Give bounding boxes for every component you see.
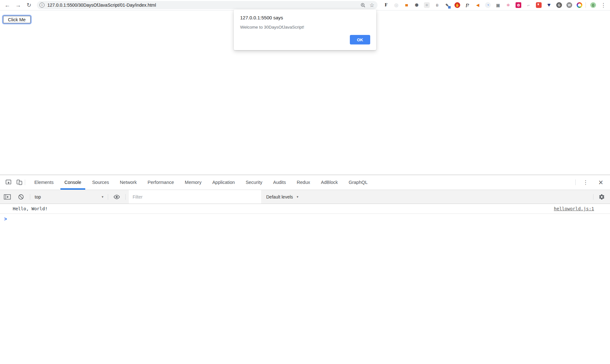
url-text[interactable]: 127.0.0.1:5500/30DaysOfJavaScript/01-Day… bbox=[47, 3, 357, 8]
extensions-bar: F ◎ ▮▮ ✺ ❖ (-) ✎ ✋ f? ◀ ◔ ▣ ⚛ ✿ ⌐ ▘ ♥ G … bbox=[383, 2, 582, 8]
click-me-button[interactable]: Click Me bbox=[3, 16, 31, 23]
console-prompt-chevron-icon: > bbox=[4, 216, 7, 222]
extension-fontanello-icon[interactable]: F bbox=[383, 2, 389, 8]
execution-context-selector[interactable]: top ▼ bbox=[30, 194, 108, 199]
console-prompt[interactable]: > bbox=[0, 214, 610, 224]
devtools-close-icon[interactable]: × bbox=[596, 179, 606, 186]
alert-ok-button[interactable]: OK bbox=[350, 35, 370, 44]
device-toolbar-icon[interactable] bbox=[14, 179, 25, 186]
extension-pink-gear-icon[interactable]: ✿ bbox=[516, 2, 521, 8]
browser-menu-icon[interactable]: ⋮ bbox=[600, 2, 607, 9]
console-sidebar-icon[interactable] bbox=[3, 194, 12, 200]
extension-megaphone-icon[interactable]: ◀ bbox=[475, 2, 481, 8]
tab-audits[interactable]: Audits bbox=[268, 175, 291, 190]
live-expression-eye-icon[interactable] bbox=[108, 193, 125, 200]
extension-heart-search-icon[interactable]: ♥ bbox=[546, 2, 552, 8]
tab-graphql[interactable]: GraphQL bbox=[343, 175, 373, 190]
log-levels-label: Default levels bbox=[266, 194, 293, 199]
address-bar[interactable]: i 127.0.0.1:5500/30DaysOfJavaScript/01-D… bbox=[37, 1, 378, 9]
extension-g-circle-icon[interactable]: G bbox=[556, 2, 562, 8]
extension-json-viewer-icon[interactable]: {} bbox=[590, 2, 596, 8]
tab-security[interactable]: Security bbox=[240, 175, 267, 190]
extension-parens-icon[interactable]: (-) bbox=[434, 2, 440, 8]
forward-icon[interactable]: → bbox=[13, 2, 24, 9]
tab-network[interactable]: Network bbox=[114, 175, 142, 190]
extension-pipe-icon[interactable]: ⌐ bbox=[526, 2, 531, 8]
tabbar-right-divider bbox=[575, 179, 576, 185]
page-info-icon[interactable]: i bbox=[39, 3, 45, 8]
toolbar-divider bbox=[586, 2, 586, 8]
zoom-icon[interactable] bbox=[360, 3, 366, 8]
extension-grid-icon[interactable]: ❖ bbox=[424, 2, 430, 8]
extension-eyedropper-icon[interactable]: ✎ bbox=[444, 2, 450, 8]
extension-blue-swirl-icon[interactable]: ◔ bbox=[485, 2, 491, 8]
tab-sources[interactable]: Sources bbox=[87, 175, 114, 190]
tab-performance[interactable]: Performance bbox=[142, 175, 179, 190]
inspect-element-icon[interactable] bbox=[3, 179, 14, 186]
extension-color-wheel-icon[interactable] bbox=[577, 2, 582, 8]
tab-elements[interactable]: Elements bbox=[29, 175, 59, 190]
chevron-down-icon: ▼ bbox=[296, 195, 299, 199]
extension-f-question-icon[interactable]: f? bbox=[465, 2, 470, 8]
console-log-source-link[interactable]: helloworld.js:1 bbox=[554, 206, 594, 211]
devtools-panel: Elements Console Sources Network Perform… bbox=[0, 175, 610, 364]
tab-console[interactable]: Console bbox=[59, 175, 87, 190]
browser-window: ← → ↻ i 127.0.0.1:5500/30DaysOfJavaScrip… bbox=[0, 0, 610, 364]
extension-adblock-icon[interactable]: ✋ bbox=[454, 2, 460, 8]
alert-dialog: 127.0.0.1:5500 says Welcome to 30DaysOfJ… bbox=[234, 10, 376, 50]
tab-application[interactable]: Application bbox=[207, 175, 240, 190]
console-log-text: Hello, World! bbox=[13, 206, 554, 211]
clear-console-icon[interactable] bbox=[17, 194, 25, 200]
devtools-tab-bar: Elements Console Sources Network Perform… bbox=[0, 175, 610, 190]
extension-w-circle-icon[interactable]: W bbox=[566, 2, 572, 8]
tab-adblock[interactable]: AdBlock bbox=[315, 175, 343, 190]
tabbar-divider bbox=[25, 179, 25, 185]
console-toolbar: top ▼ Default levels ▼ bbox=[0, 190, 610, 204]
extension-camera-icon[interactable]: ▣ bbox=[495, 2, 501, 8]
alert-message: Welcome to 30DaysOfJavaScript! bbox=[240, 25, 370, 30]
devtools-menu-icon[interactable]: ⋮ bbox=[581, 179, 590, 186]
log-levels-dropdown[interactable]: Default levels ▼ bbox=[266, 194, 299, 199]
console-toolbar-divider-3 bbox=[125, 194, 126, 200]
browser-toolbar: ← → ↻ i 127.0.0.1:5500/30DaysOfJavaScrip… bbox=[0, 0, 610, 10]
console-settings-gear-icon[interactable] bbox=[593, 194, 610, 200]
alert-title: 127.0.0.1:5500 says bbox=[240, 15, 370, 20]
tab-memory[interactable]: Memory bbox=[179, 175, 207, 190]
extension-halo-ring-icon[interactable]: ◎ bbox=[393, 2, 399, 8]
chevron-down-icon: ▼ bbox=[101, 195, 104, 199]
extension-red-tab-icon[interactable]: ▘ bbox=[536, 2, 542, 8]
reload-icon[interactable]: ↻ bbox=[24, 2, 34, 9]
devtools-tabs: Elements Console Sources Network Perform… bbox=[29, 175, 373, 190]
console-log-entry: Hello, World! helloworld.js:1 bbox=[0, 204, 610, 214]
bookmark-star-icon[interactable]: ☆ bbox=[370, 2, 374, 9]
extension-bug-icon[interactable]: ✺ bbox=[414, 2, 419, 8]
extension-pink-atom-icon[interactable]: ⚛ bbox=[505, 2, 511, 8]
tab-redux[interactable]: Redux bbox=[291, 175, 315, 190]
context-selector-label: top bbox=[35, 194, 41, 199]
back-icon[interactable]: ← bbox=[2, 2, 13, 9]
extension-orange-columns-icon[interactable]: ▮▮ bbox=[404, 2, 409, 8]
console-filter-input[interactable] bbox=[129, 190, 261, 204]
